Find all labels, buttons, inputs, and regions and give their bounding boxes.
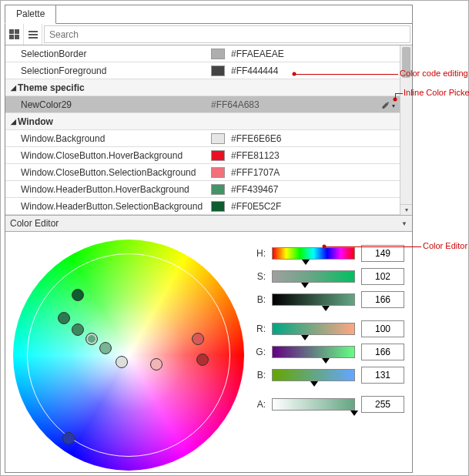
color-swatch	[211, 150, 225, 161]
color-swatch	[211, 65, 225, 76]
property-name: Window.HeaderButton.HoverBackground	[21, 184, 211, 195]
input-s[interactable]	[361, 268, 404, 285]
callout-inline-picker: Inline Color Picker	[404, 88, 469, 97]
input-g[interactable]	[361, 344, 404, 360]
hex-value: #FF0E5C2F	[231, 201, 281, 212]
slider-marker[interactable]	[302, 260, 310, 265]
hex-value: #FF444444	[231, 65, 278, 76]
channel-label: B:	[253, 294, 266, 305]
hex-value: #FF439467	[231, 184, 278, 195]
wheel-handle[interactable]	[196, 354, 209, 366]
scrollbar-down-button[interactable]: ▾	[400, 204, 412, 215]
property-value-cell[interactable]: #FFE81123	[211, 150, 400, 161]
slider-marker[interactable]	[322, 358, 330, 364]
wheel-handle[interactable]	[116, 356, 128, 368]
property-row[interactable]: Window.CloseButton.SelectionBackground #…	[5, 164, 400, 181]
channel-sliders: H: S: B: R:	[253, 240, 404, 471]
slider-bv[interactable]	[272, 293, 355, 306]
slider-h[interactable]	[272, 247, 355, 260]
slider-r[interactable]	[272, 323, 355, 335]
input-bc[interactable]	[361, 367, 404, 384]
property-row-selected[interactable]: NewColor29 ▾	[5, 96, 400, 113]
slider-marker[interactable]	[301, 335, 309, 340]
wheel-handle[interactable]	[192, 333, 204, 345]
property-value-cell[interactable]: #FF0E5C2F	[211, 201, 400, 212]
property-name: Window.CloseButton.SelectionBackground	[21, 167, 211, 178]
property-grid: SelectionBorder #FFAEAEAE SelectionForeg…	[5, 45, 412, 215]
property-value-cell[interactable]: #FFE6E6E6	[211, 133, 400, 144]
hex-value: #FFE6E6E6	[231, 133, 281, 144]
callout-line	[294, 74, 398, 75]
channel-label: R:	[253, 323, 266, 334]
wheel-handle[interactable]	[99, 342, 112, 354]
channel-row-s: S:	[253, 266, 404, 287]
search-box[interactable]	[44, 25, 410, 43]
wheel-handle[interactable]	[58, 312, 70, 324]
input-r[interactable]	[361, 320, 404, 337]
property-row[interactable]: Window.HeaderButton.HoverBackground #FF4…	[5, 181, 400, 198]
property-name: NewColor29	[21, 99, 211, 110]
wheel-handle[interactable]	[72, 289, 84, 301]
property-name: Window.HeaderButton.SelectionBackground	[21, 201, 211, 212]
inline-color-picker-button[interactable]: ▾	[380, 101, 395, 112]
input-bv[interactable]	[361, 291, 404, 308]
wheel-handle[interactable]	[72, 323, 84, 336]
property-row[interactable]: Window.CloseButton.HoverBackground #FFE8…	[5, 147, 400, 164]
property-row[interactable]: SelectionBorder #FFAEAEAE	[5, 45, 400, 62]
grid-icon	[9, 29, 19, 39]
chevron-down-icon: ▾	[392, 102, 395, 109]
property-row[interactable]: Window.Background #FFE6E6E6	[5, 130, 400, 147]
channel-label: G:	[253, 347, 266, 357]
channel-label: B:	[253, 370, 266, 380]
channel-label: H:	[253, 248, 266, 259]
wheel-handle[interactable]	[62, 432, 75, 444]
slider-marker[interactable]	[301, 283, 309, 288]
hex-value: #FFF1707A	[231, 167, 280, 178]
color-editor-title: Color Editor	[10, 218, 59, 229]
channel-label: A:	[253, 399, 266, 410]
slider-g[interactable]	[272, 346, 355, 358]
property-value-cell[interactable]: #FFAEAEAE	[211, 49, 400, 59]
color-swatch	[211, 49, 225, 59]
channel-label: S:	[253, 271, 266, 282]
slider-s[interactable]	[272, 270, 355, 283]
group-header-theme[interactable]: ◢ Theme specific	[5, 79, 400, 96]
wheel-handle-current[interactable]	[85, 333, 98, 345]
property-name: SelectionBorder	[21, 49, 211, 59]
hex-value: #FFAEAEAE	[231, 49, 284, 59]
group-header-window[interactable]: ◢ Window	[5, 113, 400, 130]
input-h[interactable]	[361, 245, 404, 262]
slider-bc[interactable]	[272, 369, 355, 381]
callout-color-editor: Color Editor	[423, 241, 467, 250]
property-value-cell[interactable]: ▾	[211, 99, 400, 110]
channel-row-bc: B:	[253, 364, 404, 386]
channel-row-r: R:	[253, 318, 404, 340]
expand-icon: ◢	[8, 84, 18, 92]
tab-strip: Palette	[5, 5, 412, 24]
hex-input[interactable]	[211, 99, 327, 110]
slider-a[interactable]	[272, 398, 355, 411]
color-wheel[interactable]	[13, 240, 244, 471]
slider-marker[interactable]	[310, 381, 318, 387]
callout-line	[395, 93, 403, 94]
property-name: SelectionForeground	[21, 65, 211, 76]
view-list-button[interactable]	[24, 24, 42, 45]
property-value-cell[interactable]: #FFF1707A	[211, 167, 400, 178]
color-editor-header[interactable]: Color Editor ▼	[5, 215, 412, 232]
view-categorized-button[interactable]	[5, 24, 24, 45]
channel-row-g: G:	[253, 341, 404, 363]
toolbar	[5, 24, 412, 45]
wheel-handle[interactable]	[150, 358, 162, 370]
tab-palette[interactable]: Palette	[5, 5, 56, 24]
property-row[interactable]: Window.HeaderButton.SelectionBackground …	[5, 198, 400, 215]
slider-marker[interactable]	[350, 411, 358, 416]
callout-line	[395, 93, 396, 99]
search-input[interactable]	[49, 29, 405, 40]
color-editor-body: H: S: B: R:	[5, 232, 412, 476]
property-row[interactable]: SelectionForeground #FF444444	[5, 62, 400, 79]
palette-tool-window: Palette SelectionBorder #FFAEAEAE	[5, 5, 413, 473]
input-a[interactable]	[361, 396, 404, 413]
slider-marker[interactable]	[322, 306, 330, 311]
channel-row-a: A:	[253, 394, 404, 415]
property-value-cell[interactable]: #FF439467	[211, 184, 400, 195]
